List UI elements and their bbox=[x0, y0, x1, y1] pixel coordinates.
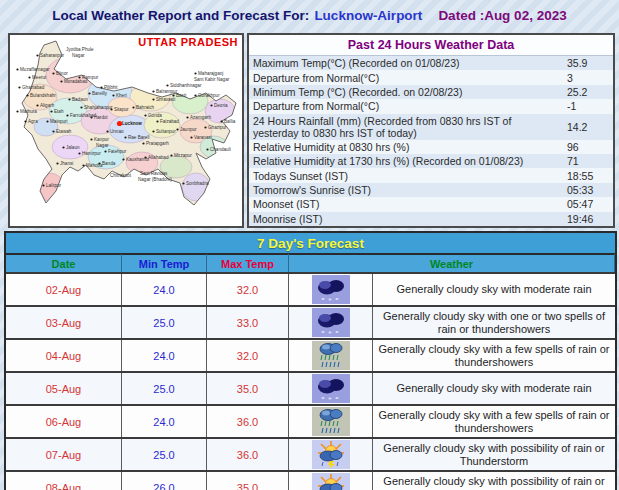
district-dot bbox=[194, 94, 196, 96]
district-dot bbox=[78, 152, 80, 154]
forecast-title: 7 Day's Forecast bbox=[6, 233, 615, 255]
district-dot bbox=[190, 136, 192, 138]
forecast-weather-cell: Generally cloudy sky with one or two spe… bbox=[373, 307, 615, 338]
district-dot bbox=[90, 116, 92, 118]
district-label: Chitrakoot bbox=[110, 173, 132, 178]
forecast-row: 05-Aug25.035.0 Generally cloudy sky with… bbox=[6, 371, 615, 404]
forecast-min-temp-cell: 24.0 bbox=[122, 340, 207, 371]
district-label: Saharanpur bbox=[40, 53, 64, 58]
forecast-panel: 7 Day's Forecast Date Min Temp Max Temp … bbox=[4, 231, 617, 490]
past24-row-label: Moonrise (IST) bbox=[249, 212, 557, 226]
forecast-column-headers: Date Min Temp Max Temp Weather bbox=[6, 255, 615, 272]
forecast-date-cell: 03-Aug bbox=[6, 307, 122, 338]
forecast-max-temp-cell: 36.0 bbox=[207, 439, 289, 470]
past24-row-value: 18:55 bbox=[557, 170, 613, 182]
district-label: Bijnor bbox=[56, 71, 68, 76]
district-dot bbox=[182, 182, 184, 184]
forecast-row: 07-Aug25.036.0 Generally cloudy sky with… bbox=[6, 437, 615, 470]
past24-row-value: 71 bbox=[557, 155, 613, 167]
district-dot bbox=[28, 76, 30, 78]
district-dot bbox=[204, 126, 206, 128]
past24-row-label: Relative Humidity at 1730 hrs (%) (Recor… bbox=[249, 154, 557, 168]
district-label: Mathura bbox=[20, 109, 37, 114]
district-dot bbox=[60, 80, 62, 82]
district-label: Lucknow bbox=[122, 121, 142, 126]
district-label: Gonda bbox=[148, 113, 162, 118]
district-label: Varanasi bbox=[194, 135, 212, 140]
forecast-row: 03-Aug25.033.0 Generally cloudy sky with… bbox=[6, 305, 615, 338]
forecast-date-cell: 06-Aug bbox=[6, 406, 122, 437]
district-label: Badaun bbox=[72, 97, 88, 102]
past24-row-label: Relative Humidity at 0830 hrs (%) bbox=[249, 140, 557, 154]
district-label: Nagar bbox=[72, 53, 85, 58]
district-label: Bahraich bbox=[136, 105, 155, 110]
sun-cloud-rain-icon bbox=[312, 473, 350, 490]
forecast-max-temp-cell: 33.0 bbox=[207, 307, 289, 338]
page-title: Local Weather Report and Forecast For: L… bbox=[0, 0, 619, 31]
past24-row-label: Departure from Normal(°C) bbox=[249, 99, 557, 113]
column-header-weather: Weather bbox=[289, 254, 615, 273]
forecast-weather-cell: Generally cloudy sky with moderate rain bbox=[373, 274, 615, 305]
district-label: Nagar bbox=[96, 143, 109, 148]
forecast-row: 04-Aug24.032.0 Generally cloudy sky with… bbox=[6, 338, 615, 371]
district-label: Sant Ravidas bbox=[140, 171, 168, 176]
rain-cloud-icon bbox=[312, 374, 350, 403]
forecast-icon-cell bbox=[289, 406, 373, 437]
station-name-link[interactable]: Lucknow-Airport bbox=[314, 8, 422, 23]
forecast-weather-cell: Generally cloudy sky with a few spells o… bbox=[373, 406, 615, 437]
forecast-date-cell: 08-Aug bbox=[6, 472, 122, 490]
district-dot bbox=[26, 94, 28, 96]
page-title-prefix: Local Weather Report and Forecast For: bbox=[52, 8, 309, 23]
district-dot bbox=[62, 146, 64, 148]
district-dot bbox=[176, 128, 178, 130]
past24-row: Moonrise (IST)19:46 bbox=[249, 212, 613, 226]
district-label: Pilibhit bbox=[104, 85, 118, 90]
district-label: Etawah bbox=[56, 129, 72, 134]
district-dot bbox=[36, 54, 38, 56]
past24-row-value: 05:47 bbox=[557, 198, 613, 210]
district-dot bbox=[52, 130, 54, 132]
past24-row: Todays Sunset (IST)18:55 bbox=[249, 168, 613, 182]
district-dot bbox=[206, 148, 208, 150]
district-label: Lalitpur bbox=[46, 183, 62, 188]
district-dot bbox=[36, 104, 38, 106]
district-label: Basti bbox=[176, 93, 186, 98]
district-dot bbox=[68, 98, 70, 100]
column-header-date: Date bbox=[6, 254, 122, 273]
past-24-hours-rows: Maximum Temp(°C) (Recorded on 01/08/23)3… bbox=[249, 56, 613, 226]
district-label: Hamirpur bbox=[82, 151, 101, 156]
past24-row-value: 25.2 bbox=[557, 86, 613, 98]
past24-row-value: 3 bbox=[557, 72, 613, 84]
district-dot bbox=[16, 110, 18, 112]
district-dot bbox=[110, 108, 112, 110]
district-label: Aligarh bbox=[40, 103, 55, 108]
district-dot bbox=[16, 68, 18, 70]
forecast-icon-cell bbox=[289, 340, 373, 371]
district-dot bbox=[152, 90, 154, 92]
district-label: Jhansi bbox=[60, 161, 73, 166]
district-label: Kanpur bbox=[94, 137, 109, 142]
past24-row-value: 05:33 bbox=[557, 184, 613, 196]
district-dot bbox=[220, 120, 222, 122]
forecast-icon-cell bbox=[289, 274, 373, 305]
forecast-rows: 02-Aug24.032.0 Generally cloudy sky with… bbox=[6, 272, 615, 490]
forecast-max-temp-cell: 35.0 bbox=[207, 373, 289, 404]
district-label: Mirzapur bbox=[174, 153, 192, 158]
forecast-icon-cell bbox=[289, 373, 373, 404]
past24-row-label: Minimum Temp (°C) (Recorded. on 02/08/23… bbox=[249, 85, 557, 99]
district-label: Kheri bbox=[116, 93, 127, 98]
district-label: Shravasti bbox=[156, 97, 175, 102]
forecast-max-temp-cell: 35.0 bbox=[207, 472, 289, 490]
district-dot bbox=[82, 164, 84, 166]
district-dot bbox=[152, 98, 154, 100]
district-label: Jalaun bbox=[66, 145, 80, 150]
dated-label: Dated :Aug 02, 2023 bbox=[438, 8, 566, 23]
past24-row-value: 19:46 bbox=[557, 213, 613, 225]
district-dot bbox=[90, 138, 92, 140]
district-dot bbox=[52, 72, 54, 74]
rain-cloud-icon bbox=[312, 308, 350, 337]
district-dot bbox=[152, 130, 154, 132]
district-dot bbox=[66, 114, 68, 116]
uttar-pradesh-map[interactable]: SaharanpurMuzaffarnagarJyotiba PhuleNaga… bbox=[10, 35, 238, 222]
district-label: Ghazipur bbox=[208, 125, 227, 130]
